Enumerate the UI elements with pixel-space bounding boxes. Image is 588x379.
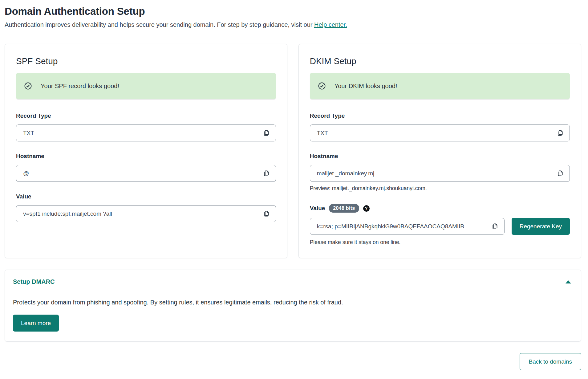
page-subtitle: Authentication improves deliverability a… bbox=[5, 21, 581, 28]
spf-card-title: SPF Setup bbox=[16, 56, 276, 66]
copy-icon bbox=[557, 170, 564, 177]
dkim-record-type-field bbox=[310, 124, 570, 141]
spf-record-type-input[interactable] bbox=[16, 124, 276, 141]
spf-hostname-field bbox=[16, 165, 276, 182]
spf-record-type-label: Record Type bbox=[16, 112, 276, 119]
setup-dmarc-toggle[interactable]: Setup DMARC bbox=[13, 278, 55, 285]
dmarc-card: Setup DMARC Protects your domain from ph… bbox=[5, 270, 581, 342]
dkim-setup-card: DKIM Setup Your DKIM looks good! Record … bbox=[298, 44, 581, 258]
back-to-domains-button[interactable]: Back to domains bbox=[520, 353, 581, 370]
spf-value-label: Value bbox=[16, 193, 276, 200]
dkim-record-type-label: Record Type bbox=[310, 112, 570, 119]
dkim-hostname-field bbox=[310, 165, 570, 182]
dmarc-description: Protects your domain from phishing and s… bbox=[13, 299, 570, 306]
spf-value-input[interactable] bbox=[16, 205, 276, 222]
page-subtitle-text: Authentication improves deliverability a… bbox=[5, 21, 314, 28]
dkim-hostname-preview: Preview: mailjet._domainkey.mj.shoukuany… bbox=[310, 185, 570, 192]
footer-actions: Back to domains bbox=[5, 353, 581, 370]
dkim-record-type-input[interactable] bbox=[310, 124, 570, 141]
setup-cards-row: SPF Setup Your SPF record looks good! Re… bbox=[5, 44, 581, 258]
check-circle-icon bbox=[24, 82, 32, 90]
copy-button[interactable] bbox=[261, 168, 272, 179]
spf-hostname-input[interactable] bbox=[16, 165, 276, 182]
copy-icon bbox=[491, 223, 499, 230]
copy-icon bbox=[263, 129, 270, 137]
dkim-value-label-row: Value 2048 bits ? bbox=[310, 204, 570, 213]
spf-alert-text: Your SPF record looks good! bbox=[41, 83, 119, 90]
spf-setup-card: SPF Setup Your SPF record looks good! Re… bbox=[5, 44, 287, 258]
dkim-card-title: DKIM Setup bbox=[310, 56, 570, 66]
key-bits-badge: 2048 bits bbox=[329, 204, 359, 213]
dkim-hostname-label: Hostname bbox=[310, 153, 570, 160]
spf-record-type-field bbox=[16, 124, 276, 141]
copy-button[interactable] bbox=[490, 221, 500, 232]
dkim-value-input[interactable] bbox=[310, 218, 505, 235]
copy-icon bbox=[557, 129, 564, 137]
copy-button[interactable] bbox=[261, 209, 272, 219]
dkim-one-line-note: Please make sure it stays on one line. bbox=[310, 239, 570, 246]
spf-hostname-label: Hostname bbox=[16, 153, 276, 160]
dkim-value-row: Regenerate Key bbox=[310, 218, 570, 235]
chevron-up-icon[interactable] bbox=[566, 280, 571, 283]
regenerate-key-button[interactable]: Regenerate Key bbox=[512, 218, 570, 235]
copy-button[interactable] bbox=[261, 128, 272, 138]
spf-success-alert: Your SPF record looks good! bbox=[16, 73, 276, 99]
learn-more-button[interactable]: Learn more bbox=[13, 315, 59, 332]
help-center-link[interactable]: Help center. bbox=[314, 21, 347, 28]
spf-value-field bbox=[16, 205, 276, 222]
copy-icon bbox=[263, 210, 270, 218]
copy-button[interactable] bbox=[555, 168, 566, 179]
help-tooltip-icon[interactable]: ? bbox=[363, 205, 370, 212]
dkim-hostname-input[interactable] bbox=[310, 165, 570, 182]
copy-button[interactable] bbox=[555, 128, 566, 138]
dkim-value-field bbox=[310, 218, 505, 235]
copy-icon bbox=[263, 170, 270, 177]
dkim-success-alert: Your DKIM looks good! bbox=[310, 73, 570, 99]
check-circle-icon bbox=[318, 82, 326, 90]
dkim-value-label: Value bbox=[310, 205, 325, 212]
domain-authentication-page: Domain Authentication Setup Authenticati… bbox=[0, 0, 588, 370]
dkim-alert-text: Your DKIM looks good! bbox=[335, 83, 397, 90]
page-title: Domain Authentication Setup bbox=[5, 6, 581, 17]
